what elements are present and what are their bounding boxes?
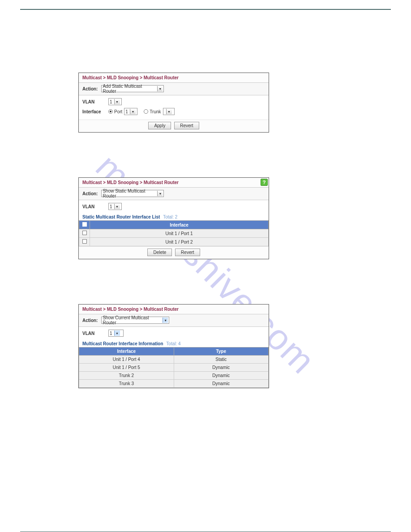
chevron-down-icon: ▼ xyxy=(163,317,168,323)
vlan-select[interactable]: 1 ▼ xyxy=(108,203,122,210)
vlan-row: VLAN 1 ▼ xyxy=(82,330,265,337)
button-row: Apply Revert xyxy=(79,120,269,132)
panel-add-static: Multicast > MLD Snooping > Multicast Rou… xyxy=(78,73,269,133)
breadcrumb: Multicast > MLD Snooping > Multicast Rou… xyxy=(79,305,269,314)
action-label: Action: xyxy=(82,86,98,91)
revert-button[interactable]: Revert xyxy=(175,249,200,256)
chevron-down-icon: ▼ xyxy=(114,330,120,336)
chevron-down-icon: ▼ xyxy=(157,86,163,91)
action-value: Show Static Multicast Router xyxy=(103,189,155,198)
apply-button[interactable]: Apply xyxy=(148,122,171,129)
cell-type: Dynamic xyxy=(174,364,269,372)
cell-interface: Unit 1 / Port 2 xyxy=(90,238,269,246)
cell-type: Dynamic xyxy=(174,380,269,388)
port-select[interactable]: 1 ▼ xyxy=(124,108,137,115)
static-router-table: Interface Unit 1 / Port 1 Unit 1 / Port … xyxy=(79,220,269,246)
chevron-down-icon: ▼ xyxy=(130,109,136,114)
row-checkbox[interactable] xyxy=(82,239,87,244)
vlan-row: VLAN 1 ▼ xyxy=(82,98,265,105)
trunk-radio[interactable] xyxy=(144,109,148,114)
chevron-down-icon: ▼ xyxy=(157,191,163,196)
cell-interface: Trunk 3 xyxy=(79,380,174,388)
vlan-select[interactable]: 1 ▼ xyxy=(108,330,124,337)
panel-show-static: ? Multicast > MLD Snooping > Multicast R… xyxy=(78,177,269,259)
action-select[interactable]: Add Static Multicast Router ▼ xyxy=(101,85,164,92)
action-label: Action: xyxy=(82,191,98,196)
action-label: Action: xyxy=(82,318,98,323)
breadcrumb: Multicast > MLD Snooping > Multicast Rou… xyxy=(79,178,269,187)
interface-label: Interface xyxy=(82,109,108,114)
row-checkbox[interactable] xyxy=(82,231,87,235)
chevron-down-icon: ▼ xyxy=(114,99,120,104)
action-value: Show Current Multicast Router xyxy=(103,315,161,325)
panel-show-current: Multicast > MLD Snooping > Multicast Rou… xyxy=(78,304,269,388)
vlan-value: 1 xyxy=(110,331,112,336)
cell-interface: Unit 1 / Port 1 xyxy=(90,229,269,238)
port-radio[interactable] xyxy=(108,109,113,114)
table-row: Trunk 3 Dynamic xyxy=(79,380,269,388)
cell-type: Static xyxy=(174,356,269,364)
table-row: Unit 1 / Port 1 xyxy=(79,229,269,238)
table-row: Unit 1 / Port 4 Static xyxy=(79,356,269,364)
top-rule xyxy=(20,9,391,10)
action-value: Add Static Multicast Router xyxy=(103,84,155,94)
col-interface: Interface xyxy=(79,348,174,356)
table-row: Trunk 2 Dynamic xyxy=(79,372,269,380)
select-all-checkbox[interactable] xyxy=(82,222,87,227)
button-row: Delete Revert xyxy=(79,246,269,259)
vlan-value: 1 xyxy=(110,99,112,104)
interface-row: Interface Port 1 ▼ Trunk ▼ xyxy=(82,108,265,115)
list-title: Multicast Router Interface Information xyxy=(82,341,163,346)
port-label: Port xyxy=(114,109,122,114)
trunk-label: Trunk xyxy=(150,109,161,114)
list-total: Total: 4 xyxy=(166,341,180,346)
col-type: Type xyxy=(174,348,269,356)
list-title-row: Static Multicast Router Interface List T… xyxy=(79,213,269,220)
action-select[interactable]: Show Static Multicast Router ▼ xyxy=(101,190,164,197)
table-row: Unit 1 / Port 2 xyxy=(79,238,269,246)
cell-interface: Trunk 2 xyxy=(79,372,174,380)
revert-button[interactable]: Revert xyxy=(174,122,199,129)
vlan-row: VLAN 1 ▼ xyxy=(82,203,265,210)
vlan-value: 1 xyxy=(110,204,112,209)
cell-type: Dynamic xyxy=(174,372,269,380)
table-row: Unit 1 / Port 5 Dynamic xyxy=(79,364,269,372)
delete-button[interactable]: Delete xyxy=(147,249,172,256)
cell-interface: Unit 1 / Port 4 xyxy=(79,356,174,364)
col-interface: Interface xyxy=(90,221,269,229)
breadcrumb: Multicast > MLD Snooping > Multicast Rou… xyxy=(79,73,269,82)
trunk-select[interactable]: ▼ xyxy=(163,108,175,115)
vlan-label: VLAN xyxy=(82,331,108,336)
port-value: 1 xyxy=(125,109,128,114)
help-icon[interactable]: ? xyxy=(261,179,268,186)
action-row: Action: Add Static Multicast Router ▼ xyxy=(79,82,269,95)
vlan-label: VLAN xyxy=(82,99,108,104)
action-select[interactable]: Show Current Multicast Router ▼ xyxy=(101,317,169,324)
list-title: Static Multicast Router Interface List xyxy=(82,215,160,219)
vlan-label: VLAN xyxy=(82,204,108,209)
current-router-table: Interface Type Unit 1 / Port 4 Static Un… xyxy=(79,347,269,388)
list-title-row: Multicast Router Interface Information T… xyxy=(79,339,269,347)
action-row: Action: Show Current Multicast Router ▼ xyxy=(79,314,269,327)
list-total: Total: 2 xyxy=(163,215,177,219)
chevron-down-icon: ▼ xyxy=(166,109,172,114)
cell-interface: Unit 1 / Port 5 xyxy=(79,364,174,372)
chevron-down-icon: ▼ xyxy=(114,204,120,209)
action-row: Action: Show Static Multicast Router ▼ xyxy=(79,187,269,200)
vlan-select[interactable]: 1 ▼ xyxy=(108,98,122,105)
